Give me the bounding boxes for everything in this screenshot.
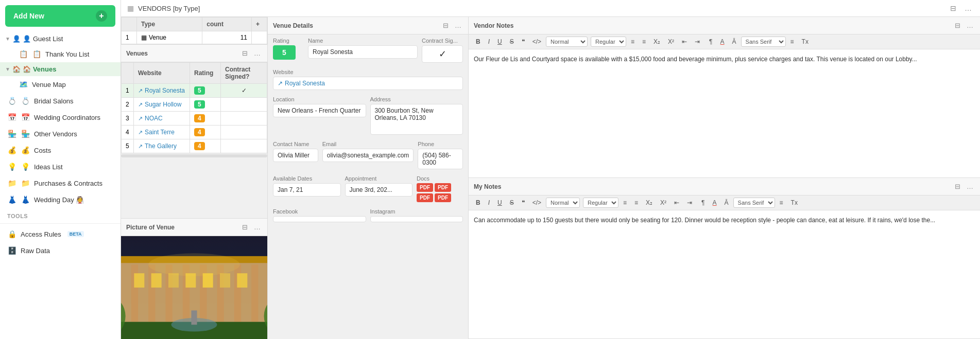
clear-formatting-btn[interactable]: Tx: [799, 37, 812, 47]
italic-btn2[interactable]: I: [485, 198, 493, 208]
venues-title: Venues: [126, 50, 237, 57]
sidebar-item-costs[interactable]: 💰 💰 Costs: [0, 142, 121, 158]
strike-btn[interactable]: S: [507, 37, 517, 47]
sidebar-item-wedding-coordinators[interactable]: 📅 📅 Wedding Coordinators: [0, 109, 121, 126]
horizontal-scrollbar[interactable]: [121, 154, 267, 157]
bold-btn2[interactable]: B: [473, 198, 484, 208]
table-row[interactable]: 3 ↗ NOAC 4: [122, 112, 267, 126]
align-btn[interactable]: ≡: [787, 37, 797, 47]
row-contract: [221, 139, 267, 153]
vendor-notes-sort-btn[interactable]: ⊟: [953, 21, 962, 30]
my-notes-more-btn[interactable]: …: [965, 182, 975, 191]
facebook-value[interactable]: [273, 216, 366, 222]
row-website[interactable]: ↗ NOAC: [134, 112, 190, 126]
pdf-btn-3[interactable]: PDF: [417, 193, 433, 202]
my-notes-sort-btn[interactable]: ⊟: [953, 182, 962, 191]
sidebar-item-guest-list[interactable]: ▼ 👤 👤 Guest List: [0, 32, 121, 46]
contact-name-value[interactable]: Olivia Miller: [273, 149, 318, 162]
subscript-btn2[interactable]: X₂: [643, 198, 656, 208]
table-row[interactable]: 1 ↗ Royal Sonesta 5 ✓: [122, 84, 267, 98]
instagram-value[interactable]: [370, 216, 463, 222]
sidebar-item-wedding-day[interactable]: 👗 👗 Wedding Day 👰: [0, 191, 121, 208]
row-website[interactable]: ↗ Royal Sonesta: [134, 84, 190, 98]
pdf-btn-2[interactable]: PDF: [435, 183, 451, 192]
table-row[interactable]: 2 ↗ Sugar Hollow 5: [122, 98, 267, 112]
name-value[interactable]: Royal Sonesta: [308, 45, 418, 59]
my-notes-content[interactable]: Can accommodate up to 150 guests but the…: [469, 210, 980, 338]
highlight-btn2[interactable]: Ā: [721, 198, 732, 208]
row-website[interactable]: ↗ Saint Terre: [134, 126, 190, 139]
sidebar-item-access-rules[interactable]: 🔒 Access Rules BETA: [0, 226, 121, 242]
ol-btn2[interactable]: ≡: [620, 198, 630, 208]
indent-btn[interactable]: ⇤: [679, 37, 690, 47]
font-family-select[interactable]: Sans Serif Serif Monospace: [741, 37, 786, 47]
appointment-value[interactable]: June 3rd, 202...: [345, 183, 413, 197]
italic-btn[interactable]: I: [485, 37, 493, 47]
text-style-select2[interactable]: Normal: [546, 198, 580, 208]
picture-more-btn[interactable]: …: [252, 223, 262, 231]
details-filter-btn[interactable]: ⊟: [441, 21, 450, 30]
available-dates-value[interactable]: Jan 7, 21: [273, 183, 341, 197]
superscript-btn2[interactable]: X²: [657, 198, 669, 208]
outdent-btn2[interactable]: ⇥: [684, 198, 695, 208]
subscript-btn[interactable]: X₂: [650, 37, 663, 47]
website-value[interactable]: ↗ Royal Sonesta: [273, 77, 463, 90]
summary-col-add[interactable]: +: [252, 17, 267, 31]
font-weight-select[interactable]: Regular Bold: [591, 37, 626, 47]
text-style-select[interactable]: Normal Heading 1 Heading 2: [546, 37, 588, 47]
code-btn[interactable]: </>: [529, 37, 544, 47]
underline-btn[interactable]: U: [494, 37, 505, 47]
add-new-button[interactable]: Add New +: [5, 5, 115, 27]
sidebar-item-other-vendors[interactable]: 🏪 🏪 Other Vendors: [0, 126, 121, 142]
quote-btn2[interactable]: ❝: [519, 198, 528, 208]
pdf-btn-4[interactable]: PDF: [435, 193, 451, 202]
strike-btn2[interactable]: S: [507, 198, 517, 208]
sidebar-item-venues[interactable]: ▼ 🏠 🏠 Venues: [0, 62, 121, 76]
vendor-notes-content[interactable]: Our Fleur de Lis and Courtyard space is …: [469, 49, 980, 177]
location-value[interactable]: New Orleans - French Quarter: [273, 104, 366, 117]
vendor-notes-more-btn[interactable]: …: [965, 21, 975, 30]
clear-formatting-btn2[interactable]: Tx: [788, 198, 801, 208]
filter-icon-btn[interactable]: ⊟: [948, 3, 958, 13]
sidebar-item-purchases-contracts[interactable]: 📁 📁 Purchases & Contracts: [0, 175, 121, 191]
pilcrow-btn[interactable]: ¶: [706, 37, 715, 47]
sidebar-item-venue-map[interactable]: 🗺️ Venue Map: [0, 76, 121, 93]
picture-filter-btn[interactable]: ⊟: [240, 223, 249, 231]
sidebar-item-bridal-salons[interactable]: 💍 💍 Bridal Salons: [0, 93, 121, 109]
pilcrow-btn2[interactable]: ¶: [698, 198, 708, 208]
color-btn[interactable]: A: [717, 37, 728, 47]
align-btn2[interactable]: ≡: [777, 198, 786, 208]
venues-more-btn[interactable]: …: [252, 49, 262, 58]
email-field: Email olivia@sonesta_example.com: [322, 141, 414, 169]
more-icon-btn[interactable]: …: [962, 3, 974, 13]
font-family-select2[interactable]: Sans Serif: [733, 198, 775, 208]
phone-value[interactable]: (504) 586-0300: [418, 149, 463, 169]
details-more-btn[interactable]: …: [453, 21, 463, 30]
code-btn2[interactable]: </>: [529, 198, 544, 208]
email-value[interactable]: olivia@sonesta_example.com: [322, 149, 414, 162]
superscript-btn[interactable]: X²: [665, 37, 677, 47]
underline-btn2[interactable]: U: [494, 198, 505, 208]
highlight-btn[interactable]: Ā: [729, 37, 740, 47]
bold-btn[interactable]: B: [473, 37, 484, 47]
table-row[interactable]: 5 ↗ The Gallery 4: [122, 139, 267, 153]
table-row[interactable]: 4 ↗ Saint Terre 4: [122, 126, 267, 139]
rating-value[interactable]: 5: [273, 45, 296, 60]
ol-btn[interactable]: ≡: [628, 37, 638, 47]
sidebar-item-thank-you-list[interactable]: 📋 📋 Thank You List: [0, 46, 121, 62]
venues-filter-btn[interactable]: ⊟: [240, 49, 249, 58]
sidebar-item-raw-data[interactable]: 🗄️ Raw Data: [0, 242, 121, 259]
row-website[interactable]: ↗ Sugar Hollow: [134, 98, 190, 112]
color-btn2[interactable]: A: [710, 198, 720, 208]
ul-btn2[interactable]: ≡: [631, 198, 641, 208]
indent-btn2[interactable]: ⇤: [671, 198, 682, 208]
quote-btn[interactable]: ❝: [519, 37, 528, 47]
row-website[interactable]: ↗ The Gallery: [134, 139, 190, 153]
outdent-btn[interactable]: ⇥: [692, 37, 703, 47]
venues-col-num: [122, 63, 134, 84]
ul-btn[interactable]: ≡: [639, 37, 649, 47]
sidebar-item-ideas-list[interactable]: 💡 💡 Ideas List: [0, 158, 121, 175]
address-value[interactable]: 300 Bourbon St, New Orleans, LA 70130: [370, 104, 463, 135]
font-weight-select2[interactable]: Regular: [583, 198, 618, 208]
pdf-btn-1[interactable]: PDF: [417, 183, 433, 192]
